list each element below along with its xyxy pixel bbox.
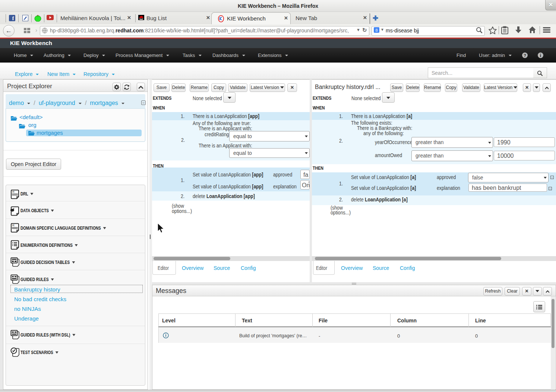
svg-text:8: 8 <box>376 28 378 33</box>
svg-text:R: R <box>12 190 15 194</box>
svg-text:R: R <box>12 224 15 227</box>
svg-text:f: f <box>12 16 14 21</box>
svg-text:?: ? <box>524 53 526 58</box>
